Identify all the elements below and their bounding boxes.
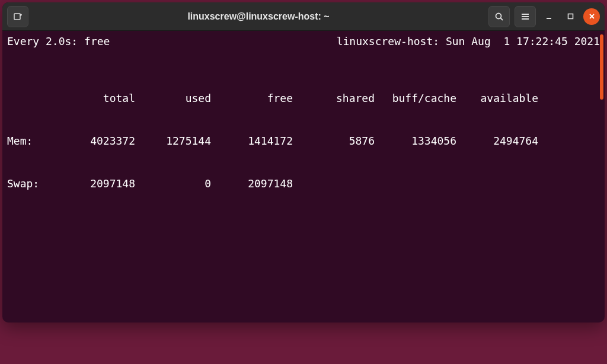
free-output-table: total used free shared buff/cache availa… — [7, 63, 600, 219]
maximize-icon — [567, 13, 574, 20]
svg-rect-9 — [568, 14, 573, 19]
row-label: Swap: — [7, 177, 47, 191]
close-icon — [589, 13, 595, 20]
header-shared: shared — [293, 91, 375, 106]
header-total: total — [47, 91, 135, 106]
scrollbar-thumb[interactable] — [600, 34, 603, 100]
terminal-body[interactable]: Every 2.0s: free linuxscrew-host: Sun Au… — [2, 31, 605, 323]
header-free: free — [211, 91, 293, 106]
new-tab-button[interactable] — [7, 6, 28, 27]
cell-available: 2494764 — [456, 134, 538, 148]
header-available: available — [456, 91, 538, 106]
cell-shared — [293, 177, 375, 191]
watch-host-time: linuxscrew-host: Sun Aug 1 17:22:45 2021 — [337, 34, 600, 49]
hamburger-icon — [520, 12, 530, 21]
search-button[interactable] — [488, 6, 510, 27]
header-used: used — [135, 91, 211, 106]
cell-total: 2097148 — [47, 177, 135, 191]
window-title: linuxscrew@linuxscrew-host: ~ — [28, 11, 488, 22]
cell-free: 2097148 — [211, 177, 293, 191]
watch-interval-command: Every 2.0s: free — [7, 34, 110, 49]
cell-used: 0 — [135, 177, 211, 191]
cell-total: 4023372 — [47, 134, 135, 148]
svg-line-4 — [501, 18, 503, 20]
titlebar: linuxscrew@linuxscrew-host: ~ — [2, 2, 605, 31]
cell-used: 1275144 — [135, 134, 211, 148]
close-button[interactable] — [583, 8, 600, 25]
terminal-window: linuxscrew@linuxscrew-host: ~ — [2, 2, 605, 323]
table-row: Swap: 2097148 0 2097148 — [7, 177, 600, 191]
search-icon — [494, 12, 504, 21]
header-blank — [7, 91, 47, 106]
cell-shared: 5876 — [293, 134, 375, 148]
table-header-row: total used free shared buff/cache availa… — [7, 91, 600, 106]
new-tab-icon — [13, 12, 23, 21]
table-row: Mem: 4023372 1275144 1414172 5876 133405… — [7, 134, 600, 148]
header-buffcache: buff/cache — [375, 91, 456, 106]
minimize-button[interactable] — [541, 8, 557, 25]
cell-free: 1414172 — [211, 134, 293, 148]
maximize-button[interactable] — [562, 8, 579, 25]
minimize-icon — [545, 13, 552, 20]
row-label: Mem: — [7, 134, 47, 148]
svg-point-3 — [496, 13, 501, 18]
cell-buffcache: 1334056 — [375, 134, 456, 148]
cell-buffcache — [375, 177, 456, 191]
menu-button[interactable] — [515, 6, 536, 27]
svg-rect-0 — [14, 14, 20, 20]
watch-header: Every 2.0s: free linuxscrew-host: Sun Au… — [7, 34, 600, 49]
cell-available — [456, 177, 538, 191]
